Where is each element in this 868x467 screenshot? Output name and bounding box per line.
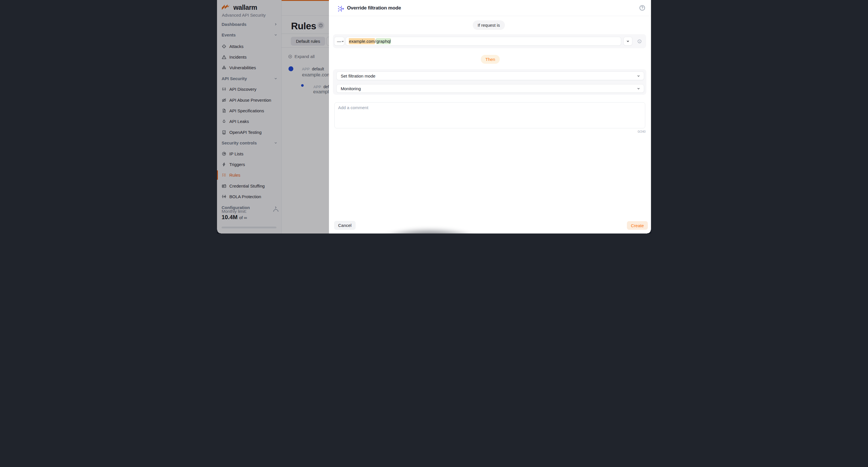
chevron-down-icon — [637, 74, 640, 78]
condition-expand-button[interactable] — [623, 37, 632, 46]
uri-path-token: graphql — [376, 38, 391, 44]
filtration-mode-select[interactable]: Monitoring — [336, 84, 644, 93]
then-chip: Then — [481, 55, 500, 64]
char-counter: 0/240 — [638, 130, 646, 133]
action-type-select[interactable]: Set filtration mode — [336, 71, 644, 80]
flow-branch-icon — [337, 5, 345, 12]
create-button[interactable]: Create — [627, 221, 648, 230]
comment-textarea[interactable] — [334, 102, 645, 128]
if-request-chip: If request is — [473, 20, 505, 30]
chevron-down-icon — [637, 87, 640, 90]
cancel-button[interactable]: Cancel — [334, 221, 355, 230]
info-icon[interactable] — [637, 39, 642, 43]
app-window: wallarm Advanced API Security Dashboards… — [217, 0, 651, 233]
modal-title: Override filtration mode — [347, 5, 401, 11]
uri-host-token: example.com — [349, 38, 375, 44]
operator-select[interactable]: — — [334, 37, 344, 46]
chevron-down-icon — [626, 39, 630, 43]
chevron-down-icon — [341, 40, 344, 43]
uri-value-input[interactable]: example.com/graphql — [346, 37, 621, 46]
modal-header-divider — [329, 16, 651, 16]
action-panel: Set filtration mode Monitoring — [333, 69, 646, 95]
override-filtration-modal: Override filtration mode If request is —… — [329, 0, 651, 233]
condition-row: — example.com/graphql — [333, 34, 646, 48]
question-circle-icon[interactable] — [639, 5, 646, 11]
